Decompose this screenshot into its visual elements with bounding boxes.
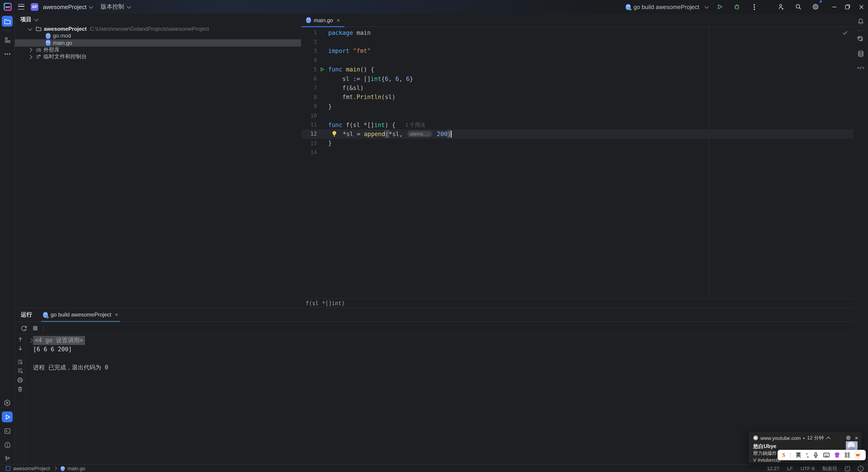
editor-context-bar[interactable]: f(sl *[]int) bbox=[302, 298, 854, 308]
project-badge[interactable]: AP bbox=[31, 3, 38, 11]
status-breadcrumb-project[interactable]: awesomeProject bbox=[13, 466, 50, 471]
chevron-up-icon[interactable] bbox=[827, 437, 831, 441]
ime-toolbar[interactable]: S 英 ’, bbox=[778, 450, 866, 460]
git-tool-button[interactable] bbox=[2, 453, 13, 464]
up-stacktrace-button[interactable] bbox=[18, 337, 23, 342]
project-tool-button[interactable] bbox=[2, 16, 13, 27]
structure-tool-button[interactable] bbox=[2, 34, 13, 45]
rerun-button[interactable] bbox=[20, 324, 28, 332]
project-tree: awesomeProject C:\Users\meowr\GolandProj… bbox=[15, 25, 301, 60]
debug-button[interactable] bbox=[732, 1, 742, 12]
ime-toolbox-icon[interactable] bbox=[845, 452, 850, 457]
ime-language-toggle[interactable]: 英 bbox=[796, 452, 801, 459]
print-button[interactable] bbox=[17, 377, 23, 383]
gutter-icon-slot[interactable] bbox=[317, 67, 327, 72]
code-line-13[interactable]: 13} bbox=[302, 138, 854, 148]
run-button[interactable] bbox=[714, 1, 725, 12]
tree-row-external-libs[interactable]: 外部库 bbox=[15, 46, 301, 53]
background-tasks-icon[interactable] bbox=[858, 466, 864, 471]
sogou-logo-icon[interactable]: S bbox=[782, 451, 785, 459]
stop-button[interactable] bbox=[33, 326, 37, 330]
vcs-menu[interactable]: 版本控制 bbox=[101, 3, 130, 11]
ime-microphone-icon[interactable] bbox=[813, 452, 818, 458]
more-actions-button[interactable] bbox=[749, 1, 760, 12]
code-line-6[interactable]: 6 sl := []int{6, 6, 6} bbox=[302, 74, 854, 84]
project-switcher[interactable]: awesomeProject bbox=[43, 3, 92, 10]
toast-settings-button[interactable] bbox=[846, 435, 851, 440]
run-console[interactable]: <4 go 设置调用> [6 6 6 200] 进程 已完成，退出代码为 0 bbox=[15, 334, 854, 465]
code-line-1[interactable]: 1package main bbox=[302, 28, 854, 37]
fold-arrow-icon[interactable] bbox=[28, 339, 33, 342]
tool-window-widget-icon[interactable] bbox=[6, 466, 10, 471]
tab-close-icon[interactable]: × bbox=[337, 17, 340, 23]
run-tab-go-build[interactable]: go build awesomeProject × bbox=[41, 308, 120, 321]
code-line-11[interactable]: 11func f(sl *[]int) { 1 个用法 bbox=[302, 120, 854, 129]
tree-row-maingo[interactable]: main.go bbox=[15, 39, 301, 46]
code-line-5[interactable]: 5func main() { bbox=[302, 65, 854, 74]
line-separator-widget[interactable]: LF bbox=[787, 466, 793, 471]
services-tool-button[interactable] bbox=[2, 398, 13, 408]
run-panel-title[interactable]: 运行 bbox=[21, 311, 32, 318]
ai-assistant-tool-button[interactable] bbox=[855, 34, 866, 45]
tab-close-icon[interactable]: × bbox=[115, 312, 118, 318]
tree-row-root[interactable]: awesomeProject C:\Users\meowr\GolandProj… bbox=[15, 25, 301, 32]
console-line-fold[interactable]: <4 go 设置调用> bbox=[28, 336, 854, 345]
code-line-14[interactable]: 14 bbox=[302, 148, 854, 157]
code-line-3[interactable]: 3import "fmt" bbox=[302, 46, 854, 56]
clear-console-button[interactable] bbox=[17, 386, 23, 392]
notifications-bell-button[interactable] bbox=[855, 16, 866, 27]
console-output[interactable]: <4 go 设置调用> [6 6 6 200] 进程 已完成，退出代码为 0 bbox=[26, 336, 854, 465]
problems-tool-button[interactable] bbox=[2, 439, 13, 450]
documentation-code-tool-button[interactable]: </> bbox=[855, 62, 866, 73]
goland-logo-icon[interactable]: GO bbox=[4, 3, 12, 11]
caret-position-widget[interactable]: 12:27 bbox=[767, 466, 779, 471]
readonly-toggle-icon[interactable] bbox=[845, 466, 850, 471]
divider bbox=[857, 30, 865, 31]
code-editor[interactable]: 1package main23import "fmt"45func main()… bbox=[302, 27, 854, 299]
soft-wrap-button[interactable] bbox=[17, 359, 23, 365]
editor-tab-maingo[interactable]: main.go × bbox=[302, 13, 344, 27]
terminal-tool-button[interactable] bbox=[2, 426, 13, 436]
database-tool-button[interactable] bbox=[855, 49, 866, 59]
code-line-2[interactable]: 2 bbox=[302, 37, 854, 46]
project-panel-header[interactable]: 项目 bbox=[15, 13, 301, 25]
status-breadcrumb-file[interactable]: main.go bbox=[68, 466, 85, 471]
run-tool-button[interactable] bbox=[2, 411, 13, 422]
status-bar: awesomeProject main.go 12:27 LF UTF-8 制表… bbox=[0, 464, 868, 472]
code-line-7[interactable]: 7 f(&sl) bbox=[302, 84, 854, 93]
ime-skin-icon[interactable] bbox=[835, 452, 840, 458]
encoding-widget[interactable]: UTF-8 bbox=[801, 466, 815, 471]
toast-close-button[interactable]: × bbox=[855, 435, 858, 441]
window-close-button[interactable] bbox=[855, 0, 868, 13]
tree-row-scratches[interactable]: 临时文件和控制台 bbox=[15, 53, 301, 60]
code-text: *sl = append(*sl, elems…: 200) bbox=[327, 131, 452, 137]
down-stacktrace-button[interactable] bbox=[18, 345, 23, 351]
run-configuration-select[interactable]: go build awesomeProject bbox=[626, 3, 708, 10]
inspections-ok-check-icon[interactable] bbox=[842, 30, 848, 36]
code-line-4[interactable]: 4 bbox=[302, 56, 854, 65]
intention-bulb-icon[interactable] bbox=[332, 131, 337, 137]
line-number: 8 bbox=[302, 94, 317, 100]
scroll-to-end-button[interactable] bbox=[17, 368, 23, 374]
project-root-path: C:\Users\meowr\GolandProjects\awesomePro… bbox=[90, 26, 209, 32]
ime-keyboard-icon[interactable] bbox=[823, 452, 829, 458]
line-number: 5 bbox=[302, 66, 317, 73]
code-line-9[interactable]: 9} bbox=[302, 102, 854, 111]
run-panel: 运行 go build awesomeProject × bbox=[15, 308, 854, 465]
run-toolbar bbox=[15, 322, 854, 335]
code-line-12[interactable]: 12*sl = append(*sl, elems…: 200) bbox=[302, 129, 854, 139]
code-with-me-button[interactable] bbox=[776, 1, 786, 12]
code-line-8[interactable]: 8 fmt.Println(sl) bbox=[302, 92, 854, 102]
ime-punctuation-toggle[interactable]: ’, bbox=[806, 452, 808, 458]
settings-button[interactable] bbox=[810, 1, 821, 12]
window-minimize-button[interactable] bbox=[827, 0, 841, 13]
chevron-down-icon bbox=[89, 4, 93, 8]
tree-row-gomod[interactable]: go.mod bbox=[15, 32, 301, 39]
window-restore-button[interactable] bbox=[841, 0, 855, 13]
ime-emoji-icon[interactable] bbox=[855, 452, 862, 459]
code-line-10[interactable]: 10 bbox=[302, 111, 854, 120]
search-everywhere-button[interactable] bbox=[793, 1, 804, 12]
indent-widget[interactable]: 制表符 bbox=[822, 465, 837, 472]
main-menu-icon[interactable] bbox=[18, 4, 24, 9]
more-tool-windows-button[interactable] bbox=[2, 49, 13, 59]
